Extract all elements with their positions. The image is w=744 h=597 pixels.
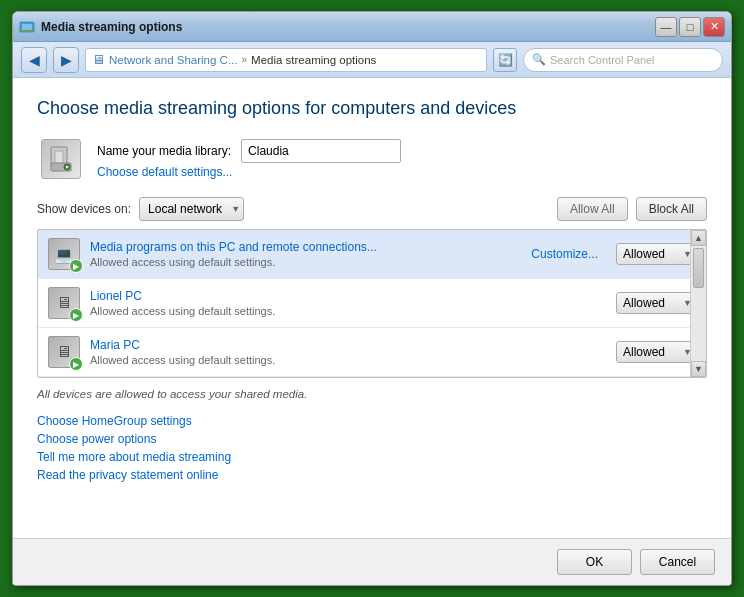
link-homegroup[interactable]: Choose HomeGroup settings <box>37 414 707 428</box>
allowed-dropdown-1: Allowed Blocked ▼ <box>616 292 696 314</box>
search-placeholder: Search Control Panel <box>550 54 655 66</box>
block-all-button[interactable]: Block All <box>636 197 707 221</box>
links-section: Choose HomeGroup settings Choose power o… <box>37 414 707 482</box>
allowed-select-0[interactable]: Allowed Blocked <box>616 243 696 265</box>
window-icon <box>19 19 35 35</box>
customize-link-0[interactable]: Customize... <box>531 247 598 261</box>
title-bar: Media streaming options — □ ✕ <box>13 12 731 42</box>
device-name-2[interactable]: Maria PC <box>90 338 140 352</box>
forward-button[interactable]: ▶ <box>53 47 79 73</box>
device-status-0: Allowed access using default settings. <box>90 256 521 268</box>
device-item-1: 🖥 ▶ Lionel PC Allowed access using defau… <box>38 279 706 328</box>
device-status-2: Allowed access using default settings. <box>90 354 606 366</box>
devices-list: 💻 ▶ Media programs on this PC and remote… <box>37 229 707 378</box>
media-library-row: Name your media library: Choose default … <box>37 135 707 183</box>
nav-bar: ◀ ▶ 🖥 Network and Sharing C... » Media s… <box>13 42 731 78</box>
play-overlay-1: ▶ <box>69 308 83 322</box>
scroll-thumb[interactable] <box>693 248 704 288</box>
close-button[interactable]: ✕ <box>703 17 725 37</box>
device-name-0[interactable]: Media programs on this PC and remote con… <box>90 240 377 254</box>
window-title: Media streaming options <box>41 20 182 34</box>
search-icon: 🔍 <box>532 53 546 66</box>
scroll-down-button[interactable]: ▼ <box>691 361 706 377</box>
device-info-1: Lionel PC Allowed access using default s… <box>90 289 606 317</box>
main-window: Media streaming options — □ ✕ ◀ ▶ 🖥 Netw… <box>12 11 732 586</box>
link-privacy[interactable]: Read the privacy statement online <box>37 468 707 482</box>
media-icon-inner <box>41 139 81 179</box>
bottom-bar: OK Cancel <box>13 538 731 585</box>
breadcrumb-separator: » <box>241 54 247 65</box>
media-library-input[interactable] <box>241 139 401 163</box>
device-thumb-icon-1: 🖥 <box>56 294 72 312</box>
allowed-dropdown-0: Allowed Blocked ▼ <box>616 243 696 265</box>
page-title: Choose media streaming options for compu… <box>37 98 707 119</box>
device-info-0: Media programs on this PC and remote con… <box>90 240 521 268</box>
scrollbar[interactable]: ▲ ▼ <box>690 230 706 377</box>
default-settings-link[interactable]: Choose default settings... <box>97 165 401 179</box>
device-item-0: 💻 ▶ Media programs on this PC and remote… <box>38 230 706 279</box>
maximize-button[interactable]: □ <box>679 17 701 37</box>
scroll-up-button[interactable]: ▲ <box>691 230 706 246</box>
library-label-row: Name your media library: <box>97 139 401 163</box>
back-button[interactable]: ◀ <box>21 47 47 73</box>
play-overlay-0: ▶ <box>69 259 83 273</box>
media-library-icon <box>37 135 85 183</box>
svg-rect-2 <box>19 30 35 32</box>
device-thumb-2: 🖥 ▶ <box>48 336 80 368</box>
device-thumb-1: 🖥 ▶ <box>48 287 80 319</box>
device-thumb-icon-2: 🖥 <box>56 343 72 361</box>
footer-message: All devices are allowed to access your s… <box>37 388 707 400</box>
content-area: Choose media streaming options for compu… <box>13 78 731 538</box>
title-bar-controls: — □ ✕ <box>655 17 725 37</box>
allowed-select-2[interactable]: Allowed Blocked <box>616 341 696 363</box>
link-power[interactable]: Choose power options <box>37 432 707 446</box>
refresh-button[interactable]: 🔄 <box>493 48 517 72</box>
device-item-2: 🖥 ▶ Maria PC Allowed access using defaul… <box>38 328 706 377</box>
ok-button[interactable]: OK <box>557 549 632 575</box>
media-library-form: Name your media library: Choose default … <box>97 139 401 179</box>
scroll-track <box>691 246 706 361</box>
breadcrumb-part1[interactable]: Network and Sharing C... <box>109 54 237 66</box>
show-devices-label: Show devices on: <box>37 202 131 216</box>
allowed-select-1[interactable]: Allowed Blocked <box>616 292 696 314</box>
media-library-label: Name your media library: <box>97 144 231 158</box>
svg-rect-4 <box>55 151 63 163</box>
breadcrumb-bar: 🖥 Network and Sharing C... » Media strea… <box>85 48 487 72</box>
device-info-2: Maria PC Allowed access using default se… <box>90 338 606 366</box>
breadcrumb-icon: 🖥 <box>92 52 105 67</box>
play-overlay-2: ▶ <box>69 357 83 371</box>
svg-rect-1 <box>22 24 32 30</box>
device-name-1[interactable]: Lionel PC <box>90 289 142 303</box>
search-bar[interactable]: 🔍 Search Control Panel <box>523 48 723 72</box>
show-devices-row: Show devices on: Local network ▼ Allow A… <box>37 197 707 221</box>
allowed-dropdown-2: Allowed Blocked ▼ <box>616 341 696 363</box>
network-dropdown-wrapper: Local network ▼ <box>139 197 244 221</box>
device-status-1: Allowed access using default settings. <box>90 305 606 317</box>
minimize-button[interactable]: — <box>655 17 677 37</box>
allow-all-button[interactable]: Allow All <box>557 197 628 221</box>
title-bar-left: Media streaming options <box>19 19 182 35</box>
breadcrumb-current: Media streaming options <box>251 54 376 66</box>
network-dropdown[interactable]: Local network <box>139 197 244 221</box>
device-thumb-0: 💻 ▶ <box>48 238 80 270</box>
cancel-button[interactable]: Cancel <box>640 549 715 575</box>
link-more-info[interactable]: Tell me more about media streaming <box>37 450 707 464</box>
